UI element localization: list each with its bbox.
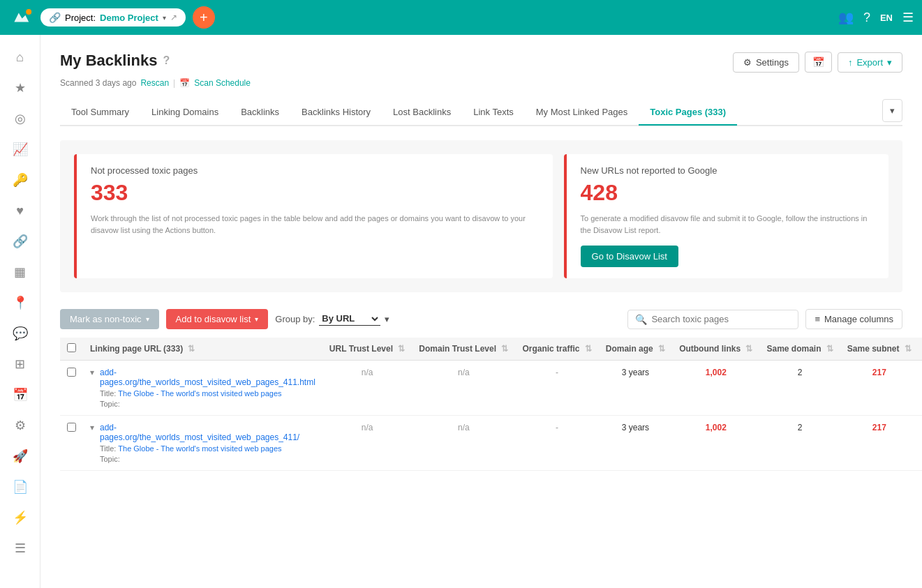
export-chevron-icon: ▾ bbox=[887, 57, 892, 68]
sidebar-item-pdf[interactable]: 📄 bbox=[6, 473, 34, 501]
mark-nontoxic-chevron-icon: ▾ bbox=[146, 315, 149, 323]
sort-domain-trust-icon: ⇅ bbox=[501, 344, 508, 354]
row2-checkbox[interactable] bbox=[67, 423, 76, 432]
table-header: Linking page URL (333) ⇅ URL Trust Level… bbox=[60, 338, 922, 361]
row1-url-link[interactable]: add-pages.org/the_worlds_most_visited_we… bbox=[100, 368, 315, 387]
manage-columns-button[interactable]: ≡ Manage columns bbox=[805, 309, 902, 329]
table-header-row: Linking page URL (333) ⇅ URL Trust Level… bbox=[60, 338, 922, 361]
row1-url-trust-cell: n/a bbox=[322, 361, 412, 416]
hamburger-icon[interactable]: ☰ bbox=[902, 10, 914, 25]
row1-domain-age: 3 years bbox=[622, 368, 649, 377]
row2-organic-traffic-cell: - bbox=[515, 416, 598, 471]
sidebar-item-messages[interactable]: 💬 bbox=[6, 319, 34, 347]
project-icon: 🔗 bbox=[49, 12, 61, 23]
row2-url-cell: ▾ add-pages.org/the_worlds_most_visited_… bbox=[83, 416, 322, 471]
tab-link-texts[interactable]: Link Texts bbox=[462, 100, 525, 126]
group-by-select[interactable]: By URL By Domain bbox=[319, 312, 380, 326]
sort-url-icon: ⇅ bbox=[188, 344, 195, 354]
add-to-disavow-button[interactable]: Add to disavow list ▾ bbox=[166, 309, 269, 329]
rescan-link[interactable]: Rescan bbox=[140, 78, 169, 88]
sidebar-item-layers[interactable]: ⊞ bbox=[6, 350, 34, 378]
calendar-icon: 📅 bbox=[812, 56, 824, 68]
tab-backlinks-history[interactable]: Backlinks History bbox=[290, 100, 382, 126]
col-header-url-trust[interactable]: URL Trust Level ⇅ bbox=[322, 338, 412, 361]
sidebar-item-list[interactable]: ☰ bbox=[6, 534, 34, 562]
calendar-small-icon: 📅 bbox=[179, 78, 190, 88]
not-processed-title: Not processed toxic pages bbox=[91, 165, 539, 176]
row1-checkbox[interactable] bbox=[67, 368, 76, 377]
sidebar-item-analytics[interactable]: 📈 bbox=[6, 135, 34, 163]
tab-my-most-linked-pages[interactable]: My Most Linked Pages bbox=[525, 100, 639, 126]
col-header-domain-age[interactable]: Domain age ⇅ bbox=[599, 338, 672, 361]
sidebar-item-favorites[interactable]: ★ bbox=[6, 74, 34, 102]
col-header-outbound-links[interactable]: Outbound links ⇅ bbox=[672, 338, 759, 361]
tabs-more-button[interactable]: ▾ bbox=[882, 99, 902, 122]
page-title-group: My Backlinks ? bbox=[60, 52, 170, 70]
row2-checkbox-cell bbox=[60, 416, 83, 471]
row2-domain-trust-cell: n/a bbox=[412, 416, 515, 471]
add-button[interactable]: + bbox=[193, 6, 215, 29]
tab-toxic-pages[interactable]: Toxic Pages (333) bbox=[639, 100, 737, 126]
sort-same-subnet-icon: ⇅ bbox=[905, 344, 912, 354]
col-header-domain-trust[interactable]: Domain Trust Level ⇅ bbox=[412, 338, 515, 361]
help-circle-icon[interactable]: ? bbox=[863, 10, 870, 25]
go-to-disavow-button[interactable]: Go to Disavow List bbox=[581, 246, 678, 267]
scan-date: Scanned 3 days ago bbox=[60, 78, 136, 88]
sidebar-item-home[interactable]: ⌂ bbox=[6, 43, 34, 71]
summary-cards: Not processed toxic pages 333 Work throu… bbox=[60, 140, 902, 292]
row2-expand-icon[interactable]: ▾ bbox=[90, 423, 94, 432]
col-header-same-domain[interactable]: Same domain ⇅ bbox=[759, 338, 840, 361]
dropdown-arrow: ▾ bbox=[163, 14, 166, 22]
col-header-organic-traffic[interactable]: Organic traffic ⇅ bbox=[515, 338, 598, 361]
row1-organic-traffic-cell: - bbox=[515, 361, 598, 416]
mark-nontoxic-button[interactable]: Mark as non-toxic ▾ bbox=[60, 309, 159, 329]
group-by-chevron-icon: ▾ bbox=[385, 314, 389, 324]
row1-checkbox-cell bbox=[60, 361, 83, 416]
row2-same-subnet: 217 bbox=[872, 423, 886, 432]
select-all-checkbox[interactable] bbox=[67, 343, 76, 352]
tab-lost-backlinks[interactable]: Lost Backlinks bbox=[382, 100, 462, 126]
sidebar-item-rocket[interactable]: 🚀 bbox=[6, 442, 34, 470]
group-by-control: Group by: By URL By Domain ▾ bbox=[275, 312, 389, 326]
tab-linking-domains[interactable]: Linking Domains bbox=[140, 100, 230, 126]
language-selector[interactable]: EN bbox=[880, 13, 893, 23]
search-icon: 🔍 bbox=[635, 314, 647, 325]
row1-url-trust: n/a bbox=[362, 368, 373, 377]
sidebar-item-charts[interactable]: ▦ bbox=[6, 258, 34, 286]
sidebar-item-health[interactable]: ♥ bbox=[6, 197, 34, 225]
sidebar-item-keywords[interactable]: 🔑 bbox=[6, 166, 34, 194]
left-sidebar: ⌂ ★ ◎ 📈 🔑 ♥ 🔗 ▦ 📍 💬 ⊞ 📅 ⚙ 🚀 📄 ⚡ ☰ bbox=[0, 35, 40, 588]
page-help-icon[interactable]: ? bbox=[163, 54, 170, 67]
col-header-same-subnet[interactable]: Same subnet ⇅ bbox=[840, 338, 919, 361]
plus-icon: + bbox=[200, 10, 208, 26]
main-content: My Backlinks ? ⚙ Settings 📅 ↑ Export ▾ S… bbox=[40, 35, 922, 588]
sidebar-item-locations[interactable]: 📍 bbox=[6, 289, 34, 317]
settings-button[interactable]: ⚙ Settings bbox=[733, 52, 799, 73]
table-row: ▾ add-pages.org/the_worlds_most_visited_… bbox=[60, 361, 922, 416]
export-button[interactable]: ↑ Export ▾ bbox=[838, 52, 902, 73]
search-input[interactable] bbox=[651, 314, 791, 324]
new-urls-number: 428 bbox=[581, 180, 875, 206]
row1-domain-age-cell: 3 years bbox=[599, 361, 672, 416]
sidebar-item-calendar[interactable]: 📅 bbox=[6, 381, 34, 409]
project-selector[interactable]: 🔗 Project: Demo Project ▾ ↗ bbox=[40, 8, 186, 27]
row2-topic: Topic: bbox=[100, 455, 315, 463]
sidebar-item-target[interactable]: ◎ bbox=[6, 105, 34, 133]
scan-schedule-link[interactable]: Scan Schedule bbox=[194, 78, 251, 88]
tab-backlinks[interactable]: Backlinks bbox=[230, 100, 290, 126]
tab-tool-summary[interactable]: Tool Summary bbox=[60, 100, 140, 126]
row1-outbound-links-cell: 1,002 bbox=[672, 361, 759, 416]
sidebar-item-backlinks[interactable]: 🔗 bbox=[6, 227, 34, 255]
svg-point-0 bbox=[26, 9, 31, 15]
row2-title-value: The Globe - The world's most visited web… bbox=[118, 444, 281, 453]
col-header-url[interactable]: Linking page URL (333) ⇅ bbox=[83, 338, 322, 361]
sidebar-item-settings[interactable]: ⚙ bbox=[6, 412, 34, 439]
calendar-button[interactable]: 📅 bbox=[805, 52, 832, 73]
row2-url-link[interactable]: add-pages.org/the_worlds_most_visited_we… bbox=[100, 423, 299, 442]
sort-url-trust-icon: ⇅ bbox=[398, 344, 405, 354]
row2-meta: Title: The Globe - The world's most visi… bbox=[100, 444, 315, 453]
row1-expand-icon[interactable]: ▾ bbox=[90, 368, 94, 377]
sidebar-item-lightning[interactable]: ⚡ bbox=[6, 504, 34, 532]
col-header-checkbox bbox=[60, 338, 83, 361]
users-icon[interactable]: 👥 bbox=[838, 10, 854, 25]
